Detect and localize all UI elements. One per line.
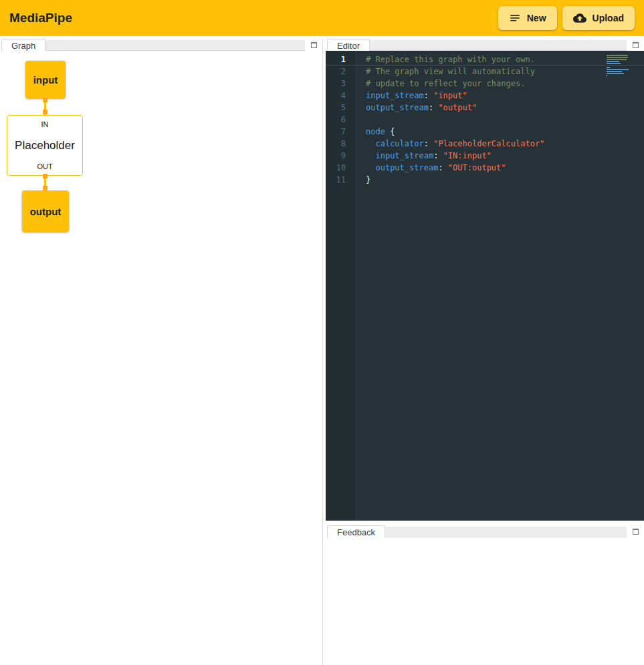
new-button[interactable]: New <box>498 6 557 30</box>
code-line: 11} <box>326 174 644 186</box>
feedback-panel-tabbar: Feedback <box>326 525 644 537</box>
tab-editor-label: Editor <box>337 41 360 51</box>
line-number: 9 <box>326 150 356 162</box>
code-line: 3# update to reflect your changes. <box>326 78 644 90</box>
maximize-icon <box>633 529 639 535</box>
line-number: 3 <box>326 78 356 90</box>
code-editor[interactable]: 1# Replace this graph with your own.2# T… <box>326 51 644 521</box>
code-line: 5output_stream: "output" <box>326 102 644 114</box>
upload-button-label: Upload <box>593 13 624 23</box>
placeholder-node-label: Placeholder <box>15 139 75 152</box>
graph-node-input-label: input <box>33 74 58 86</box>
tab-graph[interactable]: Graph <box>1 39 45 51</box>
code-line: 9 input_stream: "IN:input" <box>326 150 644 162</box>
tab-editor[interactable]: Editor <box>327 39 370 51</box>
code-line: 6 <box>326 114 644 126</box>
feedback-maximize-button[interactable] <box>627 525 644 537</box>
code-line-content: output_stream: "output" <box>356 102 477 114</box>
line-number: 1 <box>326 53 356 65</box>
port-placeholder-out[interactable] <box>43 174 47 178</box>
editor-panel: Editor 1# Replace this graph with your o… <box>326 39 644 521</box>
code-line-content: output_stream: "OUT:output" <box>356 162 506 174</box>
port-input-out[interactable] <box>43 98 47 102</box>
new-button-label: New <box>527 13 546 23</box>
graph-node-placeholder[interactable]: IN Placeholder OUT <box>7 115 83 176</box>
code-line: 10 output_stream: "OUT:output" <box>326 162 644 174</box>
tab-feedback[interactable]: Feedback <box>327 525 385 537</box>
line-number: 6 <box>326 114 356 126</box>
workspace: Graph input IN Placeholder OUT output <box>0 36 644 665</box>
editor-maximize-button[interactable] <box>627 39 644 51</box>
code-line-content: } <box>356 174 370 186</box>
right-column: Editor 1# Replace this graph with your o… <box>326 39 644 665</box>
feedback-panel: Feedback <box>326 525 644 665</box>
code-line: 1# Replace this graph with your own. <box>326 53 644 65</box>
editor-tabbar-fill <box>370 40 627 51</box>
graph-tabbar-fill <box>45 40 305 51</box>
feedback-content <box>326 537 644 665</box>
placeholder-out-port-label: OUT <box>37 162 52 170</box>
graph-node-input[interactable]: input <box>25 61 66 98</box>
line-number: 2 <box>326 65 356 78</box>
code-line: 8 calculator: "PlaceholderCalculator" <box>326 138 644 150</box>
upload-button[interactable]: Upload <box>562 6 635 30</box>
code-line-content: # Replace this graph with your own. <box>356 53 535 65</box>
header-buttons: New Upload <box>498 6 635 30</box>
graph-canvas[interactable]: input IN Placeholder OUT output <box>0 51 322 665</box>
minimap[interactable] <box>607 55 632 77</box>
code-line-content: # update to reflect your changes. <box>356 78 525 90</box>
code-line-content: # The graph view will automatically <box>356 65 535 78</box>
editor-panel-tabbar: Editor <box>326 39 644 51</box>
cloud-upload-icon <box>573 11 586 25</box>
placeholder-in-port-label: IN <box>41 120 49 128</box>
line-number: 11 <box>326 174 356 186</box>
code-line-content: input_stream: "input" <box>356 90 467 102</box>
maximize-icon <box>311 42 317 48</box>
graph-maximize-button[interactable] <box>305 39 322 51</box>
graph-panel-tabbar: Graph <box>0 39 322 51</box>
menu-lines-icon <box>509 12 521 24</box>
line-number: 4 <box>326 90 356 102</box>
maximize-icon <box>633 42 639 48</box>
app-title: MediaPipe <box>9 11 72 25</box>
line-number: 5 <box>326 102 356 114</box>
port-output-in[interactable] <box>43 186 47 190</box>
tab-graph-label: Graph <box>11 41 35 51</box>
tab-feedback-label: Feedback <box>337 527 375 537</box>
app-header: MediaPipe New Upload <box>0 0 644 36</box>
code-line: 7node { <box>326 126 644 138</box>
line-number: 10 <box>326 162 356 174</box>
code-line-content <box>356 114 366 126</box>
line-number: 8 <box>326 138 356 150</box>
code-line: 4input_stream: "input" <box>326 90 644 102</box>
graph-node-output[interactable]: output <box>22 190 69 232</box>
code-line-content: input_stream: "IN:input" <box>356 150 492 162</box>
code-lines: 1# Replace this graph with your own.2# T… <box>326 53 644 186</box>
port-placeholder-in[interactable] <box>43 110 47 114</box>
feedback-tabbar-fill <box>385 527 627 537</box>
graph-panel: Graph input IN Placeholder OUT output <box>0 39 323 665</box>
code-line-content: node { <box>356 126 395 138</box>
line-number: 7 <box>326 126 356 138</box>
code-line-content: calculator: "PlaceholderCalculator" <box>356 138 544 150</box>
code-line: 2# The graph view will automatically <box>326 65 644 78</box>
graph-node-output-label: output <box>30 206 62 217</box>
